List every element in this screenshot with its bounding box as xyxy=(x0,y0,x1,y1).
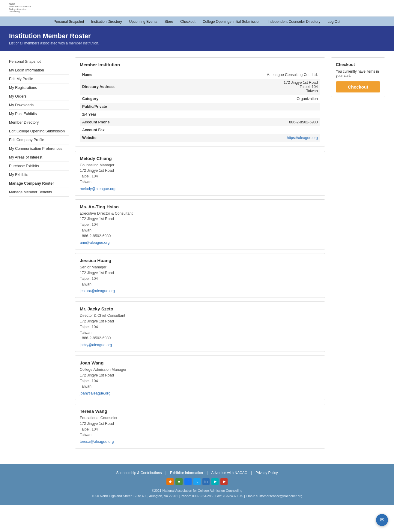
field-label: Name xyxy=(80,71,128,79)
nav-personal-snapshot[interactable]: Personal Snapshot xyxy=(54,20,84,24)
table-row: 2/4 Year xyxy=(80,110,320,118)
field-value: A. League Consulting Co., Ltd. xyxy=(128,71,320,79)
table-row: Public/Private xyxy=(80,103,320,110)
member-address: 172 Jingye 1st Road Taipei, 104 Taiwan xyxy=(80,373,320,389)
sidebar-item-edit-profile[interactable]: Edit My Profile xyxy=(9,75,69,83)
nav-upcoming-events[interactable]: Upcoming Events xyxy=(129,20,157,24)
member-title: Executive Director & Consultant xyxy=(80,211,320,216)
table-row: Account Fax xyxy=(80,126,320,134)
sidebar-item-purchase-exhibits[interactable]: Purchase Exhibits xyxy=(9,162,69,171)
logo: NACAC National Association for College A… xyxy=(9,3,33,13)
footer: Sponsorship & Contributions | Exhibitor … xyxy=(0,464,394,505)
field-label: Directory Address xyxy=(80,79,128,95)
footer-icons: ◆ ■ f t in ▶ ▶ xyxy=(6,478,388,485)
field-value xyxy=(128,126,320,134)
sidebar-item-comm-prefs[interactable]: My Communication Preferences xyxy=(9,144,69,153)
footer-copyright: ©2021 National Association for College A… xyxy=(6,488,388,499)
nav-store[interactable]: Store xyxy=(165,20,173,24)
sidebar-item-member-directory[interactable]: Member Directory xyxy=(9,118,69,127)
nav-institution-directory[interactable]: Institution Directory xyxy=(91,20,122,24)
page-subtitle: List of all members associated with a me… xyxy=(9,41,385,45)
sidebar-item-login-info[interactable]: My Login Information xyxy=(9,66,69,75)
member-address: 172 Jingye 1st Road Taipei, 104 Taiwan xyxy=(80,270,320,287)
field-value: https://aleague.org xyxy=(128,134,320,142)
sidebar-item-my-exhibits[interactable]: My Exhibits xyxy=(9,171,69,179)
member-title: Director & Chief Consultant xyxy=(80,313,320,319)
checkout-description: You currently have items in your cart. xyxy=(336,69,380,78)
sidebar-item-member-benefits[interactable]: Manage Member Benefits xyxy=(9,188,69,197)
member-card-2: Ms. An-Ting Hsiao Executive Director & C… xyxy=(75,199,325,250)
checkout-title: Checkout xyxy=(336,62,380,67)
field-value: +886-2-8502-6980 xyxy=(128,118,320,126)
member-email[interactable]: jacky@aleague.org xyxy=(80,343,320,347)
logo-name: NACAC xyxy=(9,3,33,5)
sidebar-item-orders[interactable]: My Orders xyxy=(9,92,69,101)
website-link[interactable]: https://aleague.org xyxy=(287,136,318,140)
logo-subtitle: National Association for College Admissi… xyxy=(9,5,33,13)
member-card-5: Joan Wang College Admission Manager 172 … xyxy=(75,355,325,400)
footer-link-exhibitor[interactable]: Exhibitor Information xyxy=(170,471,203,475)
sidebar-item-areas-interest[interactable]: My Areas of Interest xyxy=(9,153,69,162)
member-name: Ms. An-Ting Hsiao xyxy=(80,204,320,209)
member-name: Melody Chiang xyxy=(80,156,320,161)
footer-link-sponsorship[interactable]: Sponsorship & Contributions xyxy=(116,471,162,475)
social-icon-facebook[interactable]: f xyxy=(184,478,192,485)
page-header: Institution Member Roster List of all me… xyxy=(0,26,394,51)
institution-info-table: Name A. League Consulting Co., Ltd. Dire… xyxy=(80,71,320,142)
member-card-3: Jessica Huang Senior Manager 172 Jingye … xyxy=(75,253,325,298)
sidebar-item-college-opening[interactable]: Edit College Opening Submission xyxy=(9,127,69,136)
sidebar-item-registrations[interactable]: My Registrations xyxy=(9,83,69,92)
nav-logout[interactable]: Log Out xyxy=(327,20,340,24)
member-name: Mr. Jacky Szeto xyxy=(80,306,320,311)
field-label: Account Fax xyxy=(80,126,128,134)
checkout-sidebar: Checkout You currently have items in you… xyxy=(331,57,385,452)
checkout-button[interactable]: Checkout xyxy=(336,81,380,92)
footer-link-advertise[interactable]: Advertise with NACAC xyxy=(211,471,247,475)
table-row: Name A. League Consulting Co., Ltd. xyxy=(80,71,320,79)
sidebar-item-downloads[interactable]: My Downloads xyxy=(9,101,69,110)
social-icon-rss[interactable]: ◆ xyxy=(166,478,174,485)
institution-section-title: Member Institution xyxy=(80,62,320,67)
member-address: 172 Jingye 1st Road Taipei, 104 Taiwan xyxy=(80,421,320,438)
social-icon-share[interactable]: ■ xyxy=(175,478,183,485)
member-card-4: Mr. Jacky Szeto Director & Chief Consult… xyxy=(75,301,325,352)
nav-checkout[interactable]: Checkout xyxy=(180,20,196,24)
member-email[interactable]: melody@aleague.org xyxy=(80,187,320,191)
table-row: Category Organization xyxy=(80,95,320,103)
institution-card: Member Institution Name A. League Consul… xyxy=(75,57,325,147)
table-row: Website https://aleague.org xyxy=(80,134,320,142)
nav-college-openings[interactable]: College Openings-Initial Submission xyxy=(203,20,261,24)
member-email[interactable]: ann@aleague.org xyxy=(80,240,320,245)
field-value xyxy=(128,103,320,110)
sidebar-item-personal-snapshot[interactable]: Personal Snapshot xyxy=(9,57,69,66)
social-icon-linkedin[interactable]: in xyxy=(202,478,210,485)
member-title: Senior Manager xyxy=(80,264,320,270)
social-icon-youtube[interactable]: ▶ xyxy=(220,478,228,485)
social-icon-twitter[interactable]: t xyxy=(193,478,201,485)
field-label: Account Phone xyxy=(80,118,128,126)
member-email[interactable]: jessica@aleague.org xyxy=(80,289,320,293)
sidebar-item-manage-roster[interactable]: Manage Company Roster xyxy=(9,179,69,188)
field-label: Public/Private xyxy=(80,103,128,110)
sidebar: Personal Snapshot My Login Information E… xyxy=(9,57,69,452)
field-label: 2/4 Year xyxy=(80,110,128,118)
member-email[interactable]: teresa@aleague.org xyxy=(80,440,320,444)
member-title: Educational Counselor xyxy=(80,415,320,421)
member-email[interactable]: joan@aleague.org xyxy=(80,391,320,395)
main-layout: Personal Snapshot My Login Information E… xyxy=(0,51,394,458)
member-name: Jessica Huang xyxy=(80,258,320,263)
table-row: Account Phone +886-2-8502-6980 xyxy=(80,118,320,126)
field-label: Category xyxy=(80,95,128,103)
member-title: College Admission Manager xyxy=(80,367,320,373)
footer-link-privacy[interactable]: Privacy Policy xyxy=(255,471,278,475)
nav-independent-counselor[interactable]: Independent Counselor Directory xyxy=(267,20,320,24)
member-phone: +886-2-8502-6980 xyxy=(80,335,320,341)
table-row: Directory Address 172 Jingye 1st Road Ta… xyxy=(80,79,320,95)
social-icon-podcast[interactable]: ▶ xyxy=(211,478,219,485)
field-value xyxy=(128,110,320,118)
footer-links: Sponsorship & Contributions | Exhibitor … xyxy=(6,470,388,475)
sidebar-item-past-exhibits[interactable]: My Past Exhibits xyxy=(9,110,69,118)
header: NACAC National Association for College A… xyxy=(0,0,394,17)
member-phone: +886-2-8502-6980 xyxy=(80,233,320,239)
sidebar-item-company-profile[interactable]: Edit Company Profile xyxy=(9,136,69,144)
